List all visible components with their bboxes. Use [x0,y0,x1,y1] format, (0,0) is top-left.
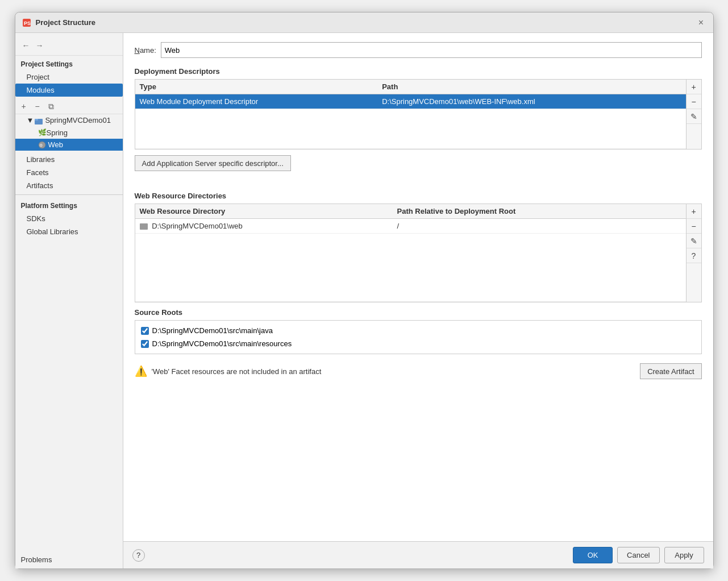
source-root-resources-path: D:\SpringMVCDemo01\src\main\resources [152,339,292,348]
content-area: Name: Deployment Descriptors Type Path [123,33,713,541]
sidebar-item-modules[interactable]: Modules [15,84,123,97]
create-artifact-button[interactable]: Create Artifact [640,363,701,379]
project-settings-header: Project Settings [15,56,123,70]
sidebar-item-libraries[interactable]: Libraries [15,153,123,166]
deployment-descriptors-table-container: Type Path Web Module Deployment Descript… [135,79,702,150]
sidebar-item-facets[interactable]: Facets [15,166,123,179]
spring-leaf-icon: 🌿 [38,128,47,136]
tree-spring-label: Spring [47,128,68,137]
bottom-bar: ? OK Cancel Apply [123,541,713,568]
wrd-toolbar: + − ✎ ? [687,204,702,302]
title-bar: PS Project Structure × [15,13,713,33]
wrd-col-path: Path Relative to Deployment Root [393,204,686,219]
problems-label: Problems [21,555,52,564]
warning-row: ⚠️ 'Web' Facet resources are not include… [135,360,702,383]
source-roots-container: D:\SpringMVCDemo01\src\main\java D:\Spri… [135,320,702,354]
name-label: Name: [135,46,156,55]
apply-button[interactable]: Apply [664,547,704,563]
dd-add-btn[interactable]: + [687,80,701,94]
dd-col-type: Type [135,80,378,94]
sidebar-item-global-libraries-label: Global Libraries [27,227,78,236]
web-icon: ⚙ [38,140,46,150]
add-descriptor-container: Add Application Server specific descript… [135,155,702,180]
add-module-btn[interactable]: + [18,100,30,113]
dd-row-type: Web Module Deployment Descriptor [135,94,378,109]
bottom-right: OK Cancel Apply [573,547,704,563]
wrd-help-btn[interactable]: ? [687,248,701,263]
web-resource-directories-title: Web Resource Directories [135,192,702,200]
add-descriptor-button[interactable]: Add Application Server specific descript… [135,155,291,171]
app-icon: PS [22,18,31,27]
tree-root-label: SpringMVCDemo01 [45,116,111,125]
sidebar-item-libraries-label: Libraries [27,155,55,164]
sidebar-item-project[interactable]: Project [15,70,123,84]
wrd-dir-icon [140,223,148,230]
deployment-descriptors-title: Deployment Descriptors [135,67,702,76]
dd-edit-btn[interactable]: ✎ [687,109,701,124]
tree-expand-icon: ▼ [27,116,34,125]
sidebar-item-artifacts-label: Artifacts [27,181,53,190]
tree-web-node[interactable]: ⚙ Web [15,139,123,151]
sidebar: ← → Project Settings Project Modules + −… [15,33,123,568]
deployment-descriptors-table: Type Path Web Module Deployment Descript… [135,80,686,149]
back-button[interactable]: ← [20,39,32,52]
wrd-col-directory: Web Resource Directory [135,204,393,219]
nav-toolbar: ← → [15,35,123,56]
source-root-java-checkbox[interactable] [141,327,149,335]
help-button[interactable]: ? [132,549,145,562]
folder-icon [35,116,43,125]
wrd-table: Web Resource Directory Path Relative to … [135,204,686,302]
wrd-row-path: / [393,219,686,234]
source-roots-title: Source Roots [135,308,702,317]
dialog-title: Project Structure [36,18,95,27]
ok-button[interactable]: OK [573,547,613,563]
wrd-remove-btn[interactable]: − [687,219,701,234]
dd-remove-btn[interactable]: − [687,94,701,109]
table-row[interactable]: Web Module Deployment Descriptor D:\Spri… [135,94,686,109]
title-bar-left: PS Project Structure [22,18,95,27]
sidebar-item-global-libraries[interactable]: Global Libraries [15,225,123,238]
sidebar-item-problems[interactable]: Problems [15,551,123,568]
remove-module-btn[interactable]: − [31,100,44,113]
sidebar-item-facets-label: Facets [27,168,49,177]
sidebar-item-sdks[interactable]: SDKs [15,212,123,225]
sidebar-item-project-label: Project [27,73,49,81]
wrd-table-wrapper: Web Resource Directory Path Relative to … [135,204,687,302]
source-root-resources-checkbox[interactable] [141,340,149,348]
deployment-descriptors-toolbar: + − ✎ [687,79,702,150]
source-root-item-resources: D:\SpringMVCDemo01\src\main\resources [140,337,697,350]
name-input[interactable] [161,42,702,58]
tree-spring-node[interactable]: 🌿 Spring [15,127,123,139]
platform-settings-header: Platform Settings [15,197,123,212]
wrd-empty-space [135,234,686,302]
tree-root-node[interactable]: ▼ SpringMVCDemo01 [15,114,123,127]
cancel-button[interactable]: Cancel [617,547,659,563]
dd-empty-space [135,109,686,149]
sidebar-item-modules-label: Modules [27,86,55,94]
copy-module-btn[interactable]: ⧉ [45,100,57,113]
sidebar-item-sdks-label: SDKs [27,214,45,223]
dialog-body: ← → Project Settings Project Modules + −… [15,33,713,568]
sidebar-item-artifacts[interactable]: Artifacts [15,179,123,192]
wrd-edit-btn[interactable]: ✎ [687,234,701,248]
deployment-descriptors-table-wrapper: Type Path Web Module Deployment Descript… [135,79,687,150]
source-root-java-path: D:\SpringMVCDemo01\src\main\java [152,326,273,335]
table-row[interactable]: D:\SpringMVCDemo01\web / [135,219,686,234]
wrd-add-btn[interactable]: + [687,204,701,219]
dd-header-row: Type Path [135,80,686,94]
svg-text:PS: PS [24,20,31,26]
dd-col-path: Path [377,80,685,94]
warning-icon: ⚠️ [135,365,147,377]
source-root-item-java: D:\SpringMVCDemo01\src\main\java [140,324,697,337]
forward-button[interactable]: → [34,39,46,52]
svg-rect-3 [35,119,38,121]
warning-text: 'Web' Facet resources are not included i… [152,367,636,376]
svg-text:⚙: ⚙ [39,143,43,147]
name-row: Name: [135,42,702,58]
main-content: Name: Deployment Descriptors Type Path [123,33,713,568]
tree-web-label: Web [48,140,64,149]
close-button[interactable]: × [696,18,706,28]
wrd-header-row: Web Resource Directory Path Relative to … [135,204,686,219]
project-structure-dialog: PS Project Structure × ← → Project Setti… [15,12,714,569]
wrd-table-container: Web Resource Directory Path Relative to … [135,204,702,302]
